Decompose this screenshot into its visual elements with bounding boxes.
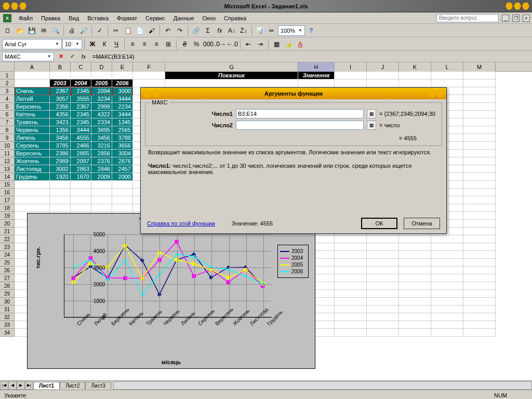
row-header[interactable]: 23 xyxy=(0,243,15,251)
spell-icon[interactable]: ✓ xyxy=(94,25,105,36)
underline-icon[interactable]: Ч xyxy=(111,38,122,50)
arg1-ref-icon[interactable]: ▦ xyxy=(367,109,376,118)
col-header-F[interactable]: F xyxy=(133,62,165,72)
dec-decimal-icon[interactable]: ←.0 xyxy=(227,38,238,50)
arg2-input[interactable] xyxy=(236,121,364,130)
row-header[interactable]: 4 xyxy=(0,95,15,103)
row-header[interactable]: 20 xyxy=(0,220,15,228)
col-header-C[interactable]: C xyxy=(71,62,91,72)
fx-button-icon[interactable]: fx xyxy=(79,52,88,61)
print-icon[interactable]: 🖨 xyxy=(66,25,77,36)
row-header[interactable]: 17 xyxy=(0,196,15,204)
row-header[interactable]: 31 xyxy=(0,305,15,313)
row-header[interactable]: 29 xyxy=(0,290,15,298)
dec-indent-icon[interactable]: ⇤ xyxy=(243,38,254,50)
row-header[interactable]: 1 xyxy=(0,72,15,79)
close-doc-button[interactable]: × xyxy=(523,15,530,22)
cut-icon[interactable]: ✂ xyxy=(110,25,122,36)
row-header[interactable]: 28 xyxy=(0,282,15,290)
merge-icon[interactable]: ⊞ xyxy=(163,38,174,50)
align-left-icon[interactable]: ≡ xyxy=(127,38,138,50)
row-header[interactable]: 11 xyxy=(0,150,15,157)
tab-nav-next-icon[interactable]: ▶ xyxy=(17,381,25,390)
row-header[interactable]: 12 xyxy=(0,157,15,165)
col-header-A[interactable]: A xyxy=(15,62,50,72)
row-header[interactable]: 10 xyxy=(0,142,15,150)
paste-icon[interactable]: 📄 xyxy=(134,25,145,36)
row-header[interactable]: 21 xyxy=(0,228,15,235)
row-header[interactable]: 14 xyxy=(0,173,15,181)
col-header-K[interactable]: K xyxy=(399,62,431,72)
select-all-corner[interactable] xyxy=(0,62,15,72)
bold-icon[interactable]: Ж xyxy=(87,38,98,50)
row-header[interactable]: 15 xyxy=(0,181,15,189)
tab-nav-first-icon[interactable]: |◀ xyxy=(0,381,8,390)
menu-view[interactable]: Вид xyxy=(64,14,83,22)
open-icon[interactable]: 📂 xyxy=(14,25,25,36)
col-header-G[interactable]: G xyxy=(165,62,298,72)
font-name-combo[interactable]: Arial Cyr▼ xyxy=(2,39,62,49)
search-icon[interactable]: 🔍 xyxy=(50,25,61,36)
menu-tools[interactable]: Сервис xyxy=(141,14,169,22)
mail-icon[interactable]: ✉ xyxy=(38,25,49,36)
row-header[interactable]: 34 xyxy=(0,329,15,337)
tab-nav-prev-icon[interactable]: ◀ xyxy=(8,381,17,390)
sheet-tab[interactable]: Лист1 xyxy=(33,382,60,389)
autosum-icon[interactable]: Σ xyxy=(202,25,214,36)
align-center-icon[interactable]: ≡ xyxy=(139,38,150,50)
zoom-combo[interactable]: 100%▼ xyxy=(278,25,305,36)
currency-icon[interactable]: ₴ xyxy=(179,38,190,50)
row-header[interactable]: 2 xyxy=(0,79,15,87)
font-color-icon[interactable]: A xyxy=(295,38,306,50)
name-box[interactable]: МАКС▼ xyxy=(2,52,54,61)
arg2-ref-icon[interactable]: ▦ xyxy=(367,121,376,130)
row-header[interactable]: 16 xyxy=(0,189,15,196)
enter-formula-icon[interactable]: ✓ xyxy=(68,52,77,61)
dialog-titlebar[interactable]: Аргументы функции xyxy=(141,88,446,99)
col-header-M[interactable]: M xyxy=(463,62,496,72)
col-header-I[interactable]: I xyxy=(335,62,367,72)
row-header[interactable]: 19 xyxy=(0,212,15,220)
row-header[interactable]: 18 xyxy=(0,204,15,212)
preview-icon[interactable]: 🔎 xyxy=(78,25,89,36)
col-header-H[interactable]: H xyxy=(298,62,335,72)
borders-icon[interactable]: ▦ xyxy=(271,38,282,50)
sheet-tab[interactable]: Лист3 xyxy=(85,382,111,389)
row-header[interactable]: 33 xyxy=(0,321,15,329)
formula-text[interactable]: =МАКС(B3:E14) xyxy=(92,54,135,60)
copy-icon[interactable]: 📋 xyxy=(122,25,134,36)
minimize-doc-button[interactable]: _ xyxy=(502,15,509,22)
embedded-chart[interactable]: Товарообіг фірми тис.грн. 01000200030004… xyxy=(27,213,315,369)
drawing-icon[interactable]: ✏ xyxy=(266,25,277,36)
menu-help[interactable]: Справка xyxy=(220,14,250,22)
row-header[interactable]: 7 xyxy=(0,118,15,126)
cancel-formula-icon[interactable]: ✕ xyxy=(56,52,65,61)
col-header-B[interactable]: B xyxy=(50,62,71,72)
ok-button[interactable]: ОК xyxy=(361,218,397,229)
menu-insert[interactable]: Вставка xyxy=(83,14,113,22)
menu-format[interactable]: Формат xyxy=(113,14,141,22)
app-icon[interactable]: X xyxy=(3,14,11,22)
row-header[interactable]: 22 xyxy=(0,235,15,243)
horizontal-scrollbar[interactable] xyxy=(113,381,532,390)
row-header[interactable]: 32 xyxy=(0,313,15,321)
help-link[interactable]: Справка по этой функции xyxy=(147,220,215,227)
menu-edit[interactable]: Правка xyxy=(37,14,64,22)
sort-desc-icon[interactable]: Z↓ xyxy=(238,25,249,36)
redo-icon[interactable]: ↷ xyxy=(174,25,185,36)
row-header[interactable]: 26 xyxy=(0,267,15,274)
col-header-D[interactable]: D xyxy=(91,62,112,72)
sort-asc-icon[interactable]: A↓ xyxy=(226,25,237,36)
restore-doc-button[interactable]: ❐ xyxy=(512,15,520,22)
col-header-J[interactable]: J xyxy=(367,62,399,72)
row-header[interactable]: 27 xyxy=(0,274,15,282)
sheet-tab[interactable]: Лист2 xyxy=(60,382,85,389)
row-header[interactable]: 13 xyxy=(0,165,15,173)
row-header[interactable]: 24 xyxy=(0,251,15,259)
font-size-combo[interactable]: 10▼ xyxy=(62,39,82,49)
col-header-E[interactable]: E xyxy=(112,62,133,72)
hyperlink-icon[interactable]: 🔗 xyxy=(190,25,202,36)
chart-icon[interactable]: 📊 xyxy=(254,25,265,36)
format-painter-icon[interactable]: 🖌 xyxy=(146,25,157,36)
new-icon[interactable]: 🗋 xyxy=(2,25,14,36)
